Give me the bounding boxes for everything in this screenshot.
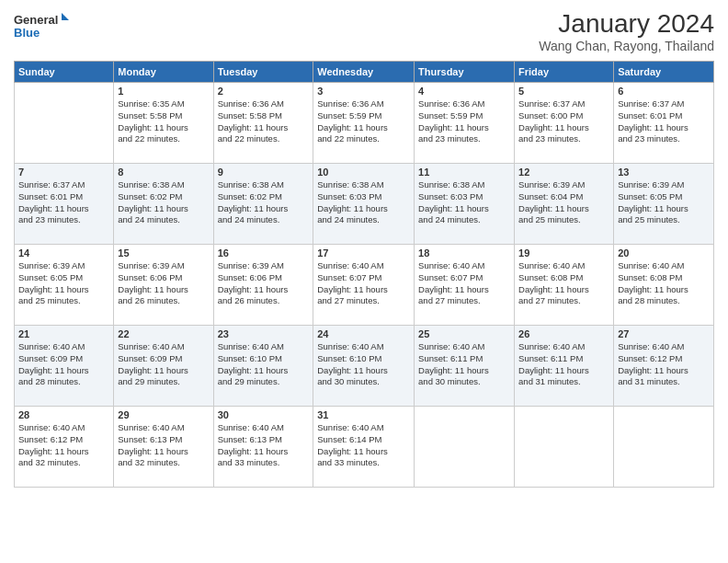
calendar-cell: 8Sunrise: 6:38 AM Sunset: 6:02 PM Daylig… xyxy=(114,164,213,245)
week-row-4: 21Sunrise: 6:40 AM Sunset: 6:09 PM Dayli… xyxy=(15,326,714,407)
day-number: 14 xyxy=(18,247,109,259)
header-cell-wednesday: Wednesday xyxy=(313,62,415,83)
cell-content: Sunrise: 6:39 AM Sunset: 6:06 PM Dayligh… xyxy=(218,260,310,307)
cell-content: Sunrise: 6:35 AM Sunset: 5:58 PM Dayligh… xyxy=(118,98,209,145)
calendar-cell: 3Sunrise: 6:36 AM Sunset: 5:59 PM Daylig… xyxy=(313,83,415,164)
location: Wang Chan, Rayong, Thailand xyxy=(539,39,714,53)
day-number: 9 xyxy=(218,167,310,178)
calendar-cell: 1Sunrise: 6:35 AM Sunset: 5:58 PM Daylig… xyxy=(114,83,213,164)
header-cell-tuesday: Tuesday xyxy=(213,62,313,83)
day-number: 26 xyxy=(518,328,609,339)
calendar-cell: 22Sunrise: 6:40 AM Sunset: 6:09 PM Dayli… xyxy=(114,326,213,407)
cell-content: Sunrise: 6:40 AM Sunset: 6:10 PM Dayligh… xyxy=(218,341,310,388)
day-number: 19 xyxy=(518,247,609,259)
day-number: 27 xyxy=(618,328,710,339)
header-cell-thursday: Thursday xyxy=(415,62,515,83)
day-number: 18 xyxy=(418,247,510,259)
day-number: 1 xyxy=(118,86,209,97)
day-number: 15 xyxy=(118,247,209,259)
cell-content: Sunrise: 6:40 AM Sunset: 6:09 PM Dayligh… xyxy=(18,341,109,388)
cell-content: Sunrise: 6:37 AM Sunset: 6:01 PM Dayligh… xyxy=(618,98,710,145)
month-title: January 2024 xyxy=(539,9,714,39)
calendar-cell: 12Sunrise: 6:39 AM Sunset: 6:04 PM Dayli… xyxy=(515,164,614,245)
cell-content: Sunrise: 6:39 AM Sunset: 6:05 PM Dayligh… xyxy=(18,260,109,307)
cell-content: Sunrise: 6:40 AM Sunset: 6:10 PM Dayligh… xyxy=(317,341,410,388)
calendar-cell: 6Sunrise: 6:37 AM Sunset: 6:01 PM Daylig… xyxy=(614,83,714,164)
calendar-cell: 29Sunrise: 6:40 AM Sunset: 6:13 PM Dayli… xyxy=(114,407,213,488)
day-number: 7 xyxy=(18,167,109,178)
svg-marker-2 xyxy=(62,13,69,20)
calendar-cell xyxy=(515,407,614,488)
week-row-1: 1Sunrise: 6:35 AM Sunset: 5:58 PM Daylig… xyxy=(15,83,714,164)
day-number: 20 xyxy=(618,247,710,259)
calendar-cell xyxy=(614,407,714,488)
day-number: 5 xyxy=(518,86,609,97)
calendar-cell: 10Sunrise: 6:38 AM Sunset: 6:03 PM Dayli… xyxy=(313,164,415,245)
cell-content: Sunrise: 6:40 AM Sunset: 6:13 PM Dayligh… xyxy=(118,422,209,469)
cell-content: Sunrise: 6:40 AM Sunset: 6:12 PM Dayligh… xyxy=(618,341,710,388)
calendar-cell: 28Sunrise: 6:40 AM Sunset: 6:12 PM Dayli… xyxy=(15,407,114,488)
day-number: 21 xyxy=(18,328,109,339)
cell-content: Sunrise: 6:39 AM Sunset: 6:04 PM Dayligh… xyxy=(518,179,609,226)
calendar-cell: 21Sunrise: 6:40 AM Sunset: 6:09 PM Dayli… xyxy=(15,326,114,407)
calendar-table: SundayMondayTuesdayWednesdayThursdayFrid… xyxy=(14,61,714,488)
cell-content: Sunrise: 6:39 AM Sunset: 6:05 PM Dayligh… xyxy=(618,179,710,226)
calendar-cell: 9Sunrise: 6:38 AM Sunset: 6:02 PM Daylig… xyxy=(213,164,313,245)
header-cell-monday: Monday xyxy=(114,62,213,83)
calendar-cell xyxy=(415,407,515,488)
calendar-cell: 18Sunrise: 6:40 AM Sunset: 6:07 PM Dayli… xyxy=(415,245,515,326)
cell-content: Sunrise: 6:38 AM Sunset: 6:03 PM Dayligh… xyxy=(418,179,510,226)
calendar-cell: 11Sunrise: 6:38 AM Sunset: 6:03 PM Dayli… xyxy=(415,164,515,245)
cell-content: Sunrise: 6:36 AM Sunset: 5:59 PM Dayligh… xyxy=(418,98,510,145)
header-cell-saturday: Saturday xyxy=(614,62,714,83)
calendar-cell: 14Sunrise: 6:39 AM Sunset: 6:05 PM Dayli… xyxy=(15,245,114,326)
cell-content: Sunrise: 6:40 AM Sunset: 6:08 PM Dayligh… xyxy=(518,260,609,307)
day-number: 8 xyxy=(118,167,209,178)
cell-content: Sunrise: 6:36 AM Sunset: 5:58 PM Dayligh… xyxy=(218,98,310,145)
logo-svg: General Blue xyxy=(14,9,69,46)
calendar-cell: 20Sunrise: 6:40 AM Sunset: 6:08 PM Dayli… xyxy=(614,245,714,326)
cell-content: Sunrise: 6:40 AM Sunset: 6:08 PM Dayligh… xyxy=(618,260,710,307)
logo: General Blue xyxy=(14,9,69,46)
cell-content: Sunrise: 6:38 AM Sunset: 6:03 PM Dayligh… xyxy=(317,179,410,226)
calendar-cell: 13Sunrise: 6:39 AM Sunset: 6:05 PM Dayli… xyxy=(614,164,714,245)
cell-content: Sunrise: 6:40 AM Sunset: 6:11 PM Dayligh… xyxy=(518,341,609,388)
week-row-3: 14Sunrise: 6:39 AM Sunset: 6:05 PM Dayli… xyxy=(15,245,714,326)
day-number: 3 xyxy=(317,86,410,97)
calendar-cell xyxy=(15,83,114,164)
cell-content: Sunrise: 6:40 AM Sunset: 6:09 PM Dayligh… xyxy=(118,341,209,388)
cell-content: Sunrise: 6:40 AM Sunset: 6:07 PM Dayligh… xyxy=(418,260,510,307)
day-number: 10 xyxy=(317,167,410,178)
day-number: 29 xyxy=(118,409,209,420)
cell-content: Sunrise: 6:40 AM Sunset: 6:14 PM Dayligh… xyxy=(317,422,410,469)
cell-content: Sunrise: 6:37 AM Sunset: 6:01 PM Dayligh… xyxy=(18,179,109,226)
header-cell-sunday: Sunday xyxy=(15,62,114,83)
day-number: 24 xyxy=(317,328,410,339)
day-number: 23 xyxy=(218,328,310,339)
calendar-cell: 16Sunrise: 6:39 AM Sunset: 6:06 PM Dayli… xyxy=(213,245,313,326)
calendar-cell: 4Sunrise: 6:36 AM Sunset: 5:59 PM Daylig… xyxy=(415,83,515,164)
calendar-cell: 15Sunrise: 6:39 AM Sunset: 6:06 PM Dayli… xyxy=(114,245,213,326)
title-section: January 2024 Wang Chan, Rayong, Thailand xyxy=(539,9,714,53)
day-number: 25 xyxy=(418,328,510,339)
day-number: 30 xyxy=(218,409,310,420)
calendar-cell: 19Sunrise: 6:40 AM Sunset: 6:08 PM Dayli… xyxy=(515,245,614,326)
day-number: 28 xyxy=(18,409,109,420)
week-row-5: 28Sunrise: 6:40 AM Sunset: 6:12 PM Dayli… xyxy=(15,407,714,488)
header-cell-friday: Friday xyxy=(515,62,614,83)
day-number: 6 xyxy=(618,86,710,97)
cell-content: Sunrise: 6:40 AM Sunset: 6:11 PM Dayligh… xyxy=(418,341,510,388)
calendar-cell: 25Sunrise: 6:40 AM Sunset: 6:11 PM Dayli… xyxy=(415,326,515,407)
calendar-cell: 30Sunrise: 6:40 AM Sunset: 6:13 PM Dayli… xyxy=(213,407,313,488)
calendar-cell: 2Sunrise: 6:36 AM Sunset: 5:58 PM Daylig… xyxy=(213,83,313,164)
day-number: 4 xyxy=(418,86,510,97)
calendar-page: General Blue January 2024 Wang Chan, Ray… xyxy=(0,0,728,563)
calendar-cell: 26Sunrise: 6:40 AM Sunset: 6:11 PM Dayli… xyxy=(515,326,614,407)
day-number: 16 xyxy=(218,247,310,259)
calendar-cell: 27Sunrise: 6:40 AM Sunset: 6:12 PM Dayli… xyxy=(614,326,714,407)
calendar-cell: 23Sunrise: 6:40 AM Sunset: 6:10 PM Dayli… xyxy=(213,326,313,407)
calendar-cell: 7Sunrise: 6:37 AM Sunset: 6:01 PM Daylig… xyxy=(15,164,114,245)
header: General Blue January 2024 Wang Chan, Ray… xyxy=(14,9,714,53)
cell-content: Sunrise: 6:38 AM Sunset: 6:02 PM Dayligh… xyxy=(218,179,310,226)
day-number: 22 xyxy=(118,328,209,339)
